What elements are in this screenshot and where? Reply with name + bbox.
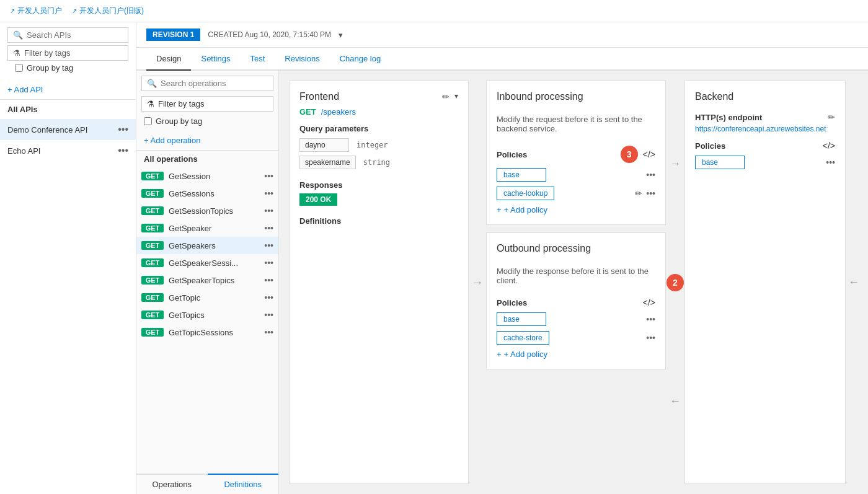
policy-more-btn[interactable]: ••• — [646, 170, 655, 180]
api-item-echo[interactable]: Echo API ••• — [0, 140, 136, 161]
groupby-checkbox[interactable] — [15, 64, 23, 72]
op-more-btn[interactable]: ••• — [264, 206, 273, 216]
revision-badge: REVISION 1 — [146, 29, 200, 41]
search-operations-input[interactable] — [161, 79, 268, 88]
ops-filter-icon: ⚗ — [147, 99, 154, 108]
bottom-tab-definitions[interactable]: Definitions — [208, 474, 279, 494]
ops-filter-tags-btn[interactable]: ⚗ Filter by tags — [141, 96, 273, 112]
api-item-name: Echo API — [7, 146, 40, 156]
chevron-down-icon[interactable]: ▾ — [454, 92, 458, 102]
api-item-demo[interactable]: Demo Conference API ••• — [0, 119, 136, 140]
search-apis-box[interactable]: 🔍 — [7, 27, 128, 43]
filter-by-tags-btn[interactable]: ⚗ Filter by tags — [7, 45, 128, 61]
get-badge: GET — [141, 224, 164, 232]
backend-left-arrow: ← — [846, 81, 862, 484]
op-item-getsessions[interactable]: GET GetSessions ••• — [136, 185, 278, 202]
op-name: GetSpeaker — [169, 224, 259, 233]
add-operation-button[interactable]: + Add operation — [136, 131, 278, 151]
param-dayno: dayno integer — [299, 138, 458, 152]
op-item-getspeaker[interactable]: GET GetSpeaker ••• — [136, 219, 278, 237]
right-arrow-icon: → — [471, 275, 484, 289]
policy-base[interactable]: base — [497, 168, 546, 182]
bottom-tab-operations[interactable]: Operations — [136, 474, 208, 494]
op-item-gettopic[interactable]: GET GetTopic ••• — [136, 289, 278, 306]
op-more-btn[interactable]: ••• — [264, 240, 273, 250]
add-api-button[interactable]: + Add API — [0, 80, 136, 100]
op-item-gettopics[interactable]: GET GetTopics ••• — [136, 306, 278, 324]
edit-icon[interactable]: ✏ — [442, 92, 450, 102]
frontend-method: GET — [299, 107, 316, 117]
op-more-btn[interactable]: ••• — [264, 223, 273, 233]
step2-badge-area: 2 — [666, 274, 684, 291]
op-more-btn[interactable]: ••• — [264, 327, 273, 337]
op-more-btn[interactable]: ••• — [264, 293, 273, 302]
tab-settings[interactable]: Settings — [191, 48, 240, 71]
param-speakername: speakername string — [299, 156, 458, 169]
step-badge-2: 2 — [666, 274, 684, 291]
op-more-btn[interactable]: ••• — [264, 275, 273, 285]
external-link-icon2: ↗ — [72, 7, 77, 14]
frontend-url: GET /speakers — [299, 107, 458, 117]
group-by-tag-check[interactable]: Group by tag — [7, 61, 128, 75]
tab-test[interactable]: Test — [240, 48, 275, 71]
operations-list: GET GetSession ••• GET GetSessions ••• G… — [136, 167, 278, 474]
get-badge: GET — [141, 206, 164, 215]
policy-cache-store[interactable]: cache-store — [497, 331, 549, 345]
tab-changelog[interactable]: Change log — [330, 48, 391, 71]
sidebar-search-area: 🔍 ⚗ Filter by tags Group by tag — [0, 22, 136, 80]
policy-base[interactable]: base — [695, 156, 745, 169]
policy-base[interactable]: base — [497, 312, 546, 326]
revision-bar: REVISION 1 CREATED Aug 10, 2020, 7:15:40… — [136, 22, 868, 48]
outbound-subtitle: Modify the response before it is sent to… — [497, 267, 655, 285]
backend-policies-header: Policies </> — [695, 141, 835, 151]
api-item-more-btn[interactable]: ••• — [118, 145, 128, 156]
code-editor-icon[interactable]: </> — [643, 149, 655, 159]
inbound-outbound-column: Inbound processing Modify the request be… — [486, 81, 666, 484]
op-more-btn[interactable]: ••• — [264, 310, 273, 320]
get-badge: GET — [141, 276, 164, 284]
op-name: GetTopics — [169, 311, 259, 320]
op-item-gettopicsessions[interactable]: GET GetTopicSessions ••• — [136, 324, 278, 341]
policy-more-btn[interactable]: ••• — [646, 188, 655, 198]
policy-more-btn[interactable]: ••• — [646, 314, 655, 324]
api-item-more-btn[interactable]: ••• — [118, 124, 128, 135]
op-more-btn[interactable]: ••• — [264, 188, 273, 198]
backend-http-header: HTTP(s) endpoint ✏ — [695, 112, 835, 122]
plus-icon: + — [497, 350, 502, 359]
op-more-btn[interactable]: ••• — [264, 258, 273, 268]
tab-revisions[interactable]: Revisions — [275, 48, 329, 71]
param-type: integer — [356, 141, 388, 149]
devportal-link[interactable]: ↗ 开发人员门户 — [10, 6, 62, 16]
devportal-old-link[interactable]: ↗ 开发人员门户(旧版) — [72, 6, 144, 16]
policy-more-btn[interactable]: ••• — [646, 333, 655, 343]
outbound-add-policy-btn[interactable]: + + Add policy — [497, 350, 655, 359]
op-name: GetSpeakerSessi... — [169, 258, 259, 268]
search-apis-input[interactable] — [27, 30, 123, 40]
ops-groupby-check[interactable]: Group by tag — [136, 114, 278, 128]
outbound-code-editor-icon[interactable]: </> — [643, 298, 655, 307]
tab-design[interactable]: Design — [146, 48, 191, 71]
inbound-add-policy-btn[interactable]: + + Add policy — [497, 205, 655, 214]
response-200ok: 200 OK — [299, 195, 458, 204]
main-tabs: Design Settings Test Revisions Change lo… — [136, 48, 868, 71]
op-item-getspeakersessi[interactable]: GET GetSpeakerSessi... ••• — [136, 254, 278, 271]
ops-groupby-checkbox[interactable] — [144, 117, 152, 125]
outbound-policy-base: base ••• — [497, 312, 655, 326]
backend-title: Backend — [695, 91, 835, 102]
policy-cache-lookup[interactable]: cache-lookup — [497, 187, 554, 200]
backend-code-icon[interactable]: </> — [823, 141, 835, 151]
cache-lookup-actions: ✏ ••• — [635, 188, 655, 198]
search-operations-box[interactable]: 🔍 — [141, 76, 273, 91]
side-arrows: → 2 ← — [666, 81, 684, 484]
edit-policy-icon[interactable]: ✏ — [635, 188, 642, 198]
op-item-getspeakers[interactable]: 1 GET GetSpeakers ••• — [136, 237, 278, 254]
op-more-btn[interactable]: ••• — [264, 171, 273, 181]
op-item-getspeakertopics[interactable]: GET GetSpeakerTopics ••• — [136, 271, 278, 289]
get-badge: GET — [141, 258, 164, 267]
backend-edit-icon[interactable]: ✏ — [828, 112, 835, 122]
policy-more-btn[interactable]: ••• — [826, 157, 835, 167]
revision-dropdown-icon[interactable]: ▾ — [339, 30, 343, 40]
all-apis-label: All APIs — [0, 100, 136, 119]
op-item-getsessiontopics[interactable]: GET GetSessionTopics ••• — [136, 202, 278, 219]
op-item-getsession[interactable]: GET GetSession ••• — [136, 167, 278, 185]
